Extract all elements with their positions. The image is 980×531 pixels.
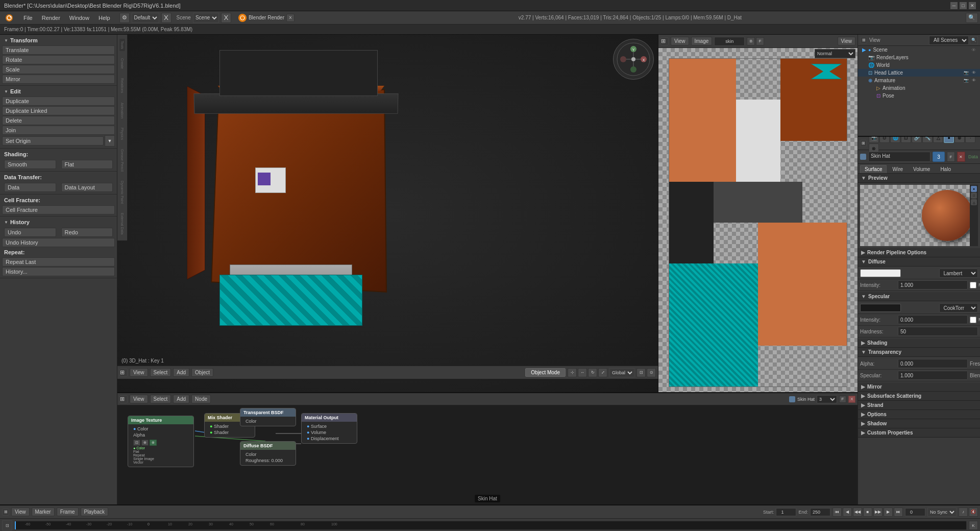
arm-restrict[interactable]: 📷 bbox=[964, 78, 969, 83]
node-select-menu[interactable]: Select bbox=[150, 395, 172, 403]
timeline-toggle[interactable]: ⊞ bbox=[2, 509, 9, 516]
specular-type-dropdown[interactable]: CookTorr bbox=[939, 303, 978, 312]
node-node-menu[interactable]: Node bbox=[191, 395, 211, 403]
specular-color-swatch[interactable] bbox=[860, 304, 901, 312]
tl-key-btn[interactable]: K bbox=[969, 521, 978, 530]
grease-pencil-tab[interactable]: Grease Pencil bbox=[119, 147, 125, 174]
uv-pin-btn[interactable]: B bbox=[747, 37, 755, 45]
timeline-view-menu[interactable]: View bbox=[11, 508, 30, 516]
uv-image-menu[interactable]: Image bbox=[691, 37, 713, 45]
dynamic-paint-tab[interactable]: Dynamic Paint bbox=[119, 179, 125, 206]
uv-image-selector[interactable]: skin bbox=[714, 37, 745, 46]
render-pipeline-header[interactable]: ▶ Render Pipeline Options bbox=[858, 248, 980, 257]
specular-section-header[interactable]: ▼ Specular bbox=[858, 292, 980, 301]
render-engine-settings[interactable]: X bbox=[286, 14, 295, 22]
preview-ctrl-2[interactable]: □ bbox=[971, 192, 977, 199]
sync-mode-dropdown[interactable]: No Sync bbox=[927, 508, 957, 517]
snap-toggle[interactable]: ⊡ bbox=[636, 368, 646, 377]
diffuse-ramp-check[interactable] bbox=[970, 282, 976, 288]
undo-history-button[interactable]: Undo History bbox=[2, 238, 115, 247]
end-frame-input[interactable] bbox=[810, 508, 830, 516]
diffuse-bsdf-node[interactable]: Diffuse BSDF Color Roughness: 0.000 bbox=[240, 441, 296, 466]
tab-halo[interactable]: Halo bbox=[936, 165, 955, 173]
data-button[interactable]: Data bbox=[4, 183, 56, 192]
blend-mode-dropdown[interactable]: Normal bbox=[815, 49, 855, 58]
3d-add-menu[interactable]: Add bbox=[173, 368, 189, 377]
sss-section-header[interactable]: ▶ Subsurface Scattering bbox=[858, 392, 980, 401]
node-btn-1[interactable]: ⊡ bbox=[133, 440, 140, 446]
maximize-button[interactable]: □ bbox=[960, 2, 967, 9]
timeline-playback-menu[interactable]: Playback bbox=[81, 508, 109, 516]
uv-sync-btn[interactable]: F bbox=[756, 37, 764, 45]
shading-section-header[interactable]: ▶ Shading bbox=[858, 339, 980, 348]
mat-x-btn[interactable]: X bbox=[848, 396, 855, 403]
external-data-tab[interactable]: External Data bbox=[119, 211, 125, 236]
search-button[interactable]: 🔍 bbox=[966, 13, 978, 23]
join-button[interactable]: Join bbox=[2, 126, 115, 135]
tools-tab[interactable]: Tools bbox=[119, 39, 125, 51]
duplicate-button[interactable]: Duplicate bbox=[2, 96, 115, 106]
props-toggle[interactable]: ⊞ bbox=[860, 140, 867, 147]
lattice-restrict-view[interactable]: 👁 bbox=[972, 70, 976, 75]
preview-ctrl-3[interactable]: △ bbox=[971, 199, 977, 205]
history-button[interactable]: History... bbox=[2, 267, 115, 276]
cell-fracture-button[interactable]: Cell Fracture bbox=[2, 205, 115, 214]
scene-dropdown[interactable]: Scene bbox=[193, 13, 219, 23]
audio-btn[interactable]: ♪ bbox=[959, 508, 968, 517]
scene-visibility[interactable]: 👁 bbox=[971, 47, 976, 53]
scene-filter-dropdown[interactable]: All Scenes bbox=[929, 36, 969, 45]
prop-constraint-icon[interactable]: 🔗 bbox=[912, 137, 922, 143]
mat-f-prop-btn[interactable]: F bbox=[947, 152, 955, 162]
redo-button[interactable]: Redo bbox=[61, 228, 113, 237]
alpha-input[interactable] bbox=[898, 359, 968, 368]
mute-btn[interactable]: 🔇 bbox=[969, 508, 978, 517]
menu-file[interactable]: File bbox=[19, 14, 37, 22]
tl-left-toolbar[interactable]: ⊡ bbox=[2, 520, 12, 530]
set-origin-button[interactable]: Set Origin bbox=[2, 136, 104, 146]
specular-ramp-check[interactable] bbox=[970, 317, 976, 323]
menu-help[interactable]: Help bbox=[94, 14, 114, 22]
lattice-restrict-render[interactable]: 📷 bbox=[964, 70, 969, 75]
preview-section-header[interactable]: ▼ Preview bbox=[858, 174, 980, 183]
3d-object-menu[interactable]: Object bbox=[191, 368, 213, 377]
timeline-marker-menu[interactable]: Marker bbox=[32, 508, 55, 516]
engine-dropdown[interactable]: Default bbox=[132, 13, 159, 23]
viewport-3d[interactable]: ⊞ View Select Add Object Object Mode ⊹ ↔… bbox=[117, 35, 658, 392]
jump-end-btn[interactable]: ⏭ bbox=[894, 508, 903, 517]
node-add-menu[interactable]: Add bbox=[173, 395, 189, 403]
scale-mode-btn[interactable]: ⤢ bbox=[598, 368, 607, 377]
outliner-pose[interactable]: ⊡ Pose bbox=[858, 92, 980, 100]
material-output-node[interactable]: Material Output ● Surface ● Volume ● Dis… bbox=[301, 413, 357, 444]
history-header[interactable]: ▼ History bbox=[0, 218, 117, 227]
edit-header[interactable]: ▼ Edit bbox=[0, 87, 117, 96]
play-back-btn[interactable]: ◀◀ bbox=[853, 508, 862, 517]
undo-button[interactable]: Undo bbox=[4, 228, 56, 237]
diffuse-intensity-input[interactable] bbox=[898, 280, 968, 289]
object-mode-dropdown[interactable]: Object Mode bbox=[525, 368, 566, 377]
cursor-mode-btn[interactable]: ⊹ bbox=[568, 368, 577, 377]
mirror-button[interactable]: Mirror bbox=[2, 75, 115, 84]
set-origin-menu[interactable]: ▼ bbox=[105, 135, 115, 147]
menu-window[interactable]: Window bbox=[65, 14, 93, 22]
minimize-button[interactable]: ─ bbox=[950, 2, 958, 9]
flat-button[interactable]: Flat bbox=[61, 160, 113, 169]
step-fwd-btn[interactable]: ▶ bbox=[884, 508, 893, 517]
options-section-header[interactable]: ▶ Options bbox=[858, 410, 980, 419]
transparency-section-header[interactable]: ▼ Transparency bbox=[858, 348, 980, 357]
physics-tab[interactable]: Physics bbox=[119, 126, 125, 142]
scale-button[interactable]: Scale bbox=[2, 65, 115, 74]
diffuse-color-swatch[interactable] bbox=[860, 269, 901, 277]
create-tab[interactable]: Create bbox=[119, 56, 125, 71]
shadow-section-header[interactable]: ▶ Shadow bbox=[858, 419, 980, 428]
arm-view[interactable]: 👁 bbox=[972, 78, 976, 83]
specular-trans-input[interactable] bbox=[898, 371, 968, 380]
outliner-scene[interactable]: ▶ ● Scene 👁 bbox=[858, 46, 980, 54]
jump-start-btn[interactable]: ⏮ bbox=[832, 508, 842, 517]
prop-data-icon[interactable]: △ bbox=[933, 137, 943, 143]
mat-slot-selector-node[interactable]: 3 bbox=[817, 395, 837, 403]
menu-render[interactable]: Render bbox=[38, 14, 64, 22]
viewport-toggle[interactable]: ⊞ bbox=[119, 369, 128, 377]
play-fwd-btn[interactable]: ▶▶ bbox=[873, 508, 883, 517]
duplicate-linked-button[interactable]: Duplicate Linked bbox=[2, 106, 115, 115]
uv-view-menu[interactable]: View bbox=[671, 37, 689, 45]
